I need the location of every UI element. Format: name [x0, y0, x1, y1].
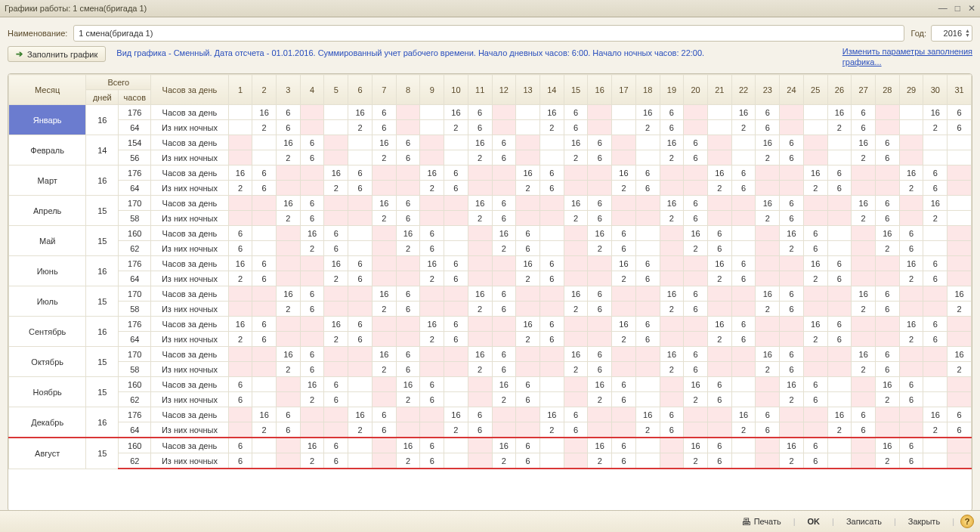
- night-cell[interactable]: 6: [324, 453, 348, 469]
- night-cell[interactable]: 6: [707, 241, 731, 256]
- night-cell[interactable]: 2: [372, 211, 396, 226]
- night-cell[interactable]: [372, 332, 396, 347]
- night-cell[interactable]: [564, 392, 588, 407]
- day-cell[interactable]: 6: [876, 135, 900, 150]
- day-cell[interactable]: 16: [468, 347, 492, 362]
- day-cell[interactable]: [372, 317, 396, 332]
- night-cell[interactable]: [348, 211, 373, 226]
- day-cell[interactable]: [635, 135, 660, 150]
- night-cell[interactable]: 2: [372, 362, 396, 377]
- day-cell[interactable]: 16: [300, 377, 324, 392]
- day-cell[interactable]: [539, 135, 564, 150]
- day-cell[interactable]: [228, 135, 252, 150]
- day-cell[interactable]: [348, 286, 373, 302]
- night-cell[interactable]: [468, 392, 492, 407]
- night-cell[interactable]: 6: [684, 302, 708, 317]
- day-cell[interactable]: 16: [803, 317, 827, 332]
- day-cell[interactable]: 16: [684, 438, 708, 453]
- day-cell[interactable]: [252, 226, 277, 241]
- night-cell[interactable]: 6: [492, 211, 516, 226]
- day-cell[interactable]: [707, 347, 731, 362]
- day-cell[interactable]: 6: [852, 105, 876, 120]
- night-cell[interactable]: 2: [876, 392, 900, 407]
- day-cell[interactable]: [684, 407, 708, 422]
- day-cell[interactable]: 16: [756, 286, 780, 302]
- col-day-20[interactable]: 20: [684, 75, 708, 105]
- day-cell[interactable]: 6: [539, 256, 564, 271]
- day-cell[interactable]: 6: [707, 438, 731, 453]
- year-spinner[interactable]: 2016 ▲ ▼: [931, 25, 972, 42]
- night-cell[interactable]: 6: [852, 422, 876, 438]
- night-cell[interactable]: 6: [492, 150, 516, 165]
- day-cell[interactable]: 6: [420, 226, 444, 241]
- day-cell[interactable]: 6: [899, 226, 923, 241]
- day-cell[interactable]: 6: [372, 105, 396, 120]
- day-cell[interactable]: 6: [539, 317, 564, 332]
- night-cell[interactable]: [899, 422, 923, 438]
- day-cell[interactable]: [707, 196, 731, 211]
- day-cell[interactable]: [827, 377, 852, 392]
- day-cell[interactable]: 6: [300, 196, 324, 211]
- day-cell[interactable]: 6: [252, 256, 277, 271]
- night-cell[interactable]: [780, 181, 804, 196]
- night-cell[interactable]: 2: [277, 211, 301, 226]
- day-cell[interactable]: 6: [876, 196, 900, 211]
- night-cell[interactable]: [539, 302, 564, 317]
- night-cell[interactable]: [516, 422, 540, 438]
- day-cell[interactable]: 6: [731, 165, 756, 181]
- night-cell[interactable]: 6: [780, 211, 804, 226]
- day-cell[interactable]: [300, 317, 324, 332]
- day-cell[interactable]: 6: [588, 347, 612, 362]
- ok-button[interactable]: OK: [802, 515, 827, 527]
- day-cell[interactable]: [852, 317, 876, 332]
- day-cell[interactable]: [876, 105, 900, 120]
- night-cell[interactable]: 2: [228, 271, 252, 286]
- day-cell[interactable]: [588, 317, 612, 332]
- night-cell[interactable]: 6: [420, 392, 444, 407]
- day-cell[interactable]: [635, 286, 660, 302]
- day-cell[interactable]: 6: [707, 377, 731, 392]
- day-cell[interactable]: [876, 165, 900, 181]
- day-cell[interactable]: [252, 196, 277, 211]
- day-cell[interactable]: 6: [780, 196, 804, 211]
- day-cell[interactable]: 6: [348, 165, 373, 181]
- night-cell[interactable]: 2: [420, 332, 444, 347]
- night-cell[interactable]: 2: [852, 362, 876, 377]
- night-cell[interactable]: [492, 422, 516, 438]
- night-cell[interactable]: [324, 302, 348, 317]
- day-cell[interactable]: [444, 438, 468, 453]
- night-cell[interactable]: [852, 392, 876, 407]
- col-day-11[interactable]: 11: [468, 75, 492, 105]
- day-cell[interactable]: 16: [396, 438, 420, 453]
- day-cell[interactable]: 6: [612, 377, 636, 392]
- day-cell[interactable]: [252, 286, 277, 302]
- day-cell[interactable]: 6: [923, 317, 948, 332]
- night-cell[interactable]: 2: [324, 271, 348, 286]
- day-cell[interactable]: [660, 317, 684, 332]
- night-cell[interactable]: 2: [444, 422, 468, 438]
- night-cell[interactable]: [876, 181, 900, 196]
- day-cell[interactable]: [348, 196, 373, 211]
- month-cell[interactable]: Январь: [9, 105, 86, 135]
- day-cell[interactable]: [252, 135, 277, 150]
- day-cell[interactable]: [516, 347, 540, 362]
- night-cell[interactable]: 6: [277, 120, 301, 135]
- day-cell[interactable]: [564, 165, 588, 181]
- night-cell[interactable]: 6: [612, 241, 636, 256]
- day-cell[interactable]: [923, 438, 948, 453]
- day-cell[interactable]: 6: [635, 165, 660, 181]
- day-cell[interactable]: 16: [277, 347, 301, 362]
- night-cell[interactable]: 6: [396, 211, 420, 226]
- night-cell[interactable]: [300, 332, 324, 347]
- month-cell[interactable]: Февраль: [9, 135, 86, 165]
- night-cell[interactable]: 2: [564, 362, 588, 377]
- day-cell[interactable]: 16: [492, 377, 516, 392]
- month-cell[interactable]: Апрель: [9, 196, 86, 226]
- night-cell[interactable]: 6: [252, 271, 277, 286]
- night-cell[interactable]: 6: [827, 271, 852, 286]
- night-cell[interactable]: [564, 453, 588, 469]
- day-cell[interactable]: 16: [852, 347, 876, 362]
- day-cell[interactable]: [899, 196, 923, 211]
- day-cell[interactable]: 6: [827, 256, 852, 271]
- day-cell[interactable]: [731, 286, 756, 302]
